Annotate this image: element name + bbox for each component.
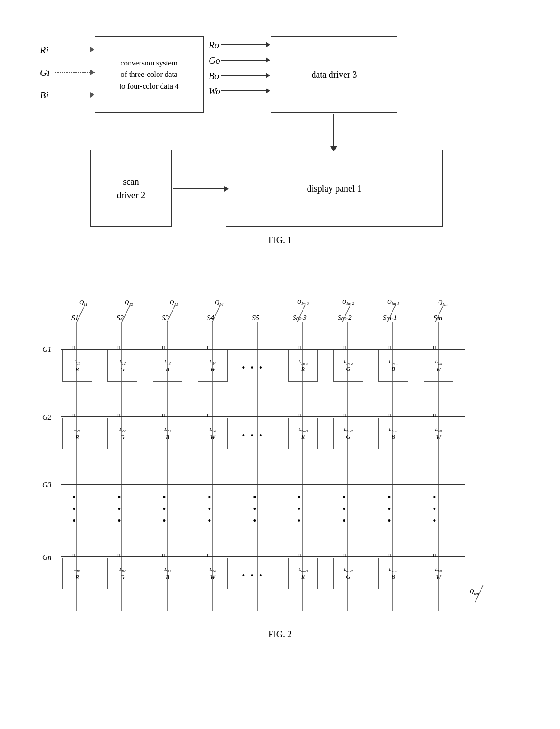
tft-l1m1: ⊓ bbox=[387, 345, 392, 350]
cell-l1m3: L1m-3 R bbox=[288, 350, 318, 382]
tft-l21: ⊓ bbox=[71, 412, 75, 418]
cell-l2m2: L2m-2 G bbox=[333, 418, 363, 449]
arrow-bo bbox=[221, 75, 266, 76]
scan-driver-box: scandriver 2 bbox=[90, 150, 172, 227]
q14-label: Q14 bbox=[215, 299, 223, 307]
dots-row2: • • • bbox=[242, 430, 264, 441]
cell-l2m: L2m W bbox=[424, 418, 453, 449]
q13-label: Q13 bbox=[170, 299, 178, 307]
cell-lnm: Lnm W bbox=[424, 558, 453, 589]
tft-ln2: ⊓ bbox=[117, 552, 121, 558]
tft-l12: ⊓ bbox=[117, 345, 121, 350]
cell-l1m: L1m W bbox=[424, 350, 453, 382]
cell-lnm2: Lnm-2 G bbox=[333, 558, 363, 589]
arrow-ri bbox=[90, 47, 94, 52]
s2-label: S2 bbox=[117, 314, 124, 322]
dashed-gi bbox=[55, 72, 95, 73]
input-bi: Bi bbox=[40, 89, 49, 101]
tft-l13: ⊓ bbox=[162, 345, 166, 350]
dots-rown: • • • bbox=[242, 570, 264, 581]
q12-label: Q12 bbox=[125, 299, 133, 307]
data-driver-text: data driver 3 bbox=[311, 70, 357, 80]
q1m3-label: Q1m-3 bbox=[297, 299, 309, 306]
cell-lnm1: Lnm-1 B bbox=[378, 558, 408, 589]
display-panel-text: display panel 1 bbox=[307, 183, 361, 194]
arrow-bi bbox=[90, 92, 94, 98]
fig2-diagram: S1 S2 S3 S4 S5 Sm-3 Sm-2 Sm-1 Sm Q11 Q12… bbox=[36, 295, 524, 620]
tft-l2m: ⊓ bbox=[433, 412, 437, 418]
s3-label: S3 bbox=[162, 314, 169, 322]
tft-l11: ⊓ bbox=[71, 345, 75, 350]
cell-l13: L13 B bbox=[153, 350, 182, 382]
vertical-arrow-shaft bbox=[333, 114, 334, 148]
tft-lnm3: ⊓ bbox=[297, 552, 301, 558]
qnm-label: Qnm bbox=[470, 588, 479, 596]
q1m-label: Q1m bbox=[438, 299, 448, 307]
tft-l1m2: ⊓ bbox=[342, 345, 346, 350]
tft-l24: ⊓ bbox=[207, 412, 211, 418]
data-driver-box: data driver 3 bbox=[271, 36, 397, 113]
tft-ln4: ⊓ bbox=[207, 552, 211, 558]
output-divider bbox=[203, 36, 204, 113]
dots-col1-r3: ••• bbox=[72, 491, 76, 527]
output-go: Go bbox=[209, 55, 220, 66]
tft-l1m: ⊓ bbox=[433, 345, 437, 350]
tft-l22: ⊓ bbox=[117, 412, 121, 418]
cell-l1m2: L1m-2 G bbox=[333, 350, 363, 382]
q11-label: Q11 bbox=[79, 299, 88, 307]
dashed-ri bbox=[55, 50, 95, 50]
cell-ln4: Ln4 W bbox=[198, 558, 228, 589]
s1-label: S1 bbox=[71, 314, 79, 322]
dots-col8-r3: ••• bbox=[387, 491, 391, 527]
sm-2-label: Sm-2 bbox=[338, 314, 352, 322]
cell-l24: L24 W bbox=[198, 418, 228, 449]
dots-col9-r3: ••• bbox=[433, 491, 436, 527]
sm-3-label: Sm-3 bbox=[293, 314, 307, 322]
tft-l2m1: ⊓ bbox=[387, 412, 392, 418]
s5-label: S5 bbox=[252, 314, 259, 322]
tft-lnm1: ⊓ bbox=[387, 552, 392, 558]
fig2-caption: FIG. 2 bbox=[27, 629, 533, 640]
tft-l14: ⊓ bbox=[207, 345, 211, 350]
dots-col7-r3: ••• bbox=[342, 491, 346, 527]
cell-l22: L22 G bbox=[107, 418, 137, 449]
cell-l2m1: L2m-1 B bbox=[378, 418, 408, 449]
sm-1-label: Sm-1 bbox=[383, 314, 397, 322]
sm-label: Sm bbox=[434, 314, 443, 322]
g2-label: G2 bbox=[42, 413, 51, 421]
conversion-box-text: conversion systemof three-color datato f… bbox=[119, 57, 178, 92]
arrow-wo bbox=[221, 90, 266, 91]
cell-l2m3: L2m-3 R bbox=[288, 418, 318, 449]
output-wo: Wo bbox=[209, 86, 220, 97]
scan-driver-text: scandriver 2 bbox=[117, 175, 145, 202]
g3-label: G3 bbox=[42, 481, 51, 489]
cell-ln2: Ln2 G bbox=[107, 558, 137, 589]
dots-col3-r3: ••• bbox=[163, 491, 166, 527]
display-panel-box: display panel 1 bbox=[226, 150, 443, 227]
conversion-box: conversion systemof three-color datato f… bbox=[95, 36, 203, 113]
dots-col4-r3: ••• bbox=[208, 491, 211, 527]
fig1-diagram: Ri Gi Bi conversion systemof three-color… bbox=[32, 27, 528, 244]
cell-l14: L14 W bbox=[198, 350, 228, 382]
tft-l23: ⊓ bbox=[162, 412, 166, 418]
q1m1-label: Q1m-1 bbox=[387, 299, 399, 306]
output-bo: Bo bbox=[209, 70, 219, 82]
tft-lnm2: ⊓ bbox=[342, 552, 346, 558]
dots-col5-r3: ••• bbox=[253, 491, 257, 527]
cell-l1m1: L1m-1 B bbox=[378, 350, 408, 382]
tft-l2m2: ⊓ bbox=[342, 412, 346, 418]
input-ri: Ri bbox=[40, 44, 49, 56]
horiz-arrow-shaft bbox=[173, 188, 225, 189]
output-ro: Ro bbox=[209, 40, 219, 51]
cell-l21: L21 R bbox=[62, 418, 92, 449]
s4-label: S4 bbox=[207, 314, 214, 322]
tft-lnm: ⊓ bbox=[433, 552, 437, 558]
cell-ln3: Ln3 B bbox=[153, 558, 182, 589]
tft-l1m3: ⊓ bbox=[297, 345, 301, 350]
dashed-bi bbox=[55, 95, 95, 95]
tft-ln3: ⊓ bbox=[162, 552, 166, 558]
q1m2-label: Q1m-2 bbox=[342, 299, 354, 306]
dots-col6-r3: ••• bbox=[297, 491, 301, 527]
cell-l23: L23 B bbox=[153, 418, 182, 449]
tft-ln1: ⊓ bbox=[71, 552, 75, 558]
